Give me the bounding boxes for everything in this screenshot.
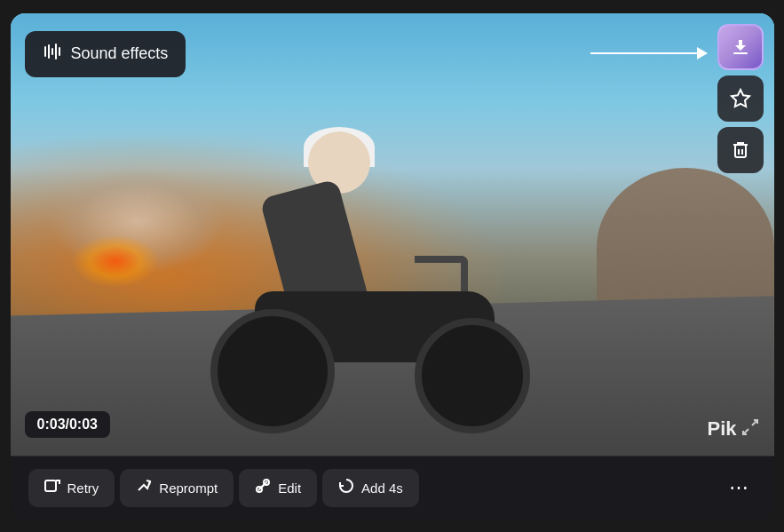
edit-icon xyxy=(255,478,271,498)
edit-button[interactable]: Edit xyxy=(239,469,317,507)
add4s-icon xyxy=(338,478,354,498)
motorcycle xyxy=(202,167,539,433)
sound-effects-icon xyxy=(43,42,62,67)
delete-button[interactable] xyxy=(717,127,764,173)
arrow-pointer xyxy=(590,47,708,60)
svg-rect-12 xyxy=(45,480,56,491)
timestamp: 0:03/0:03 xyxy=(25,411,111,438)
reprompt-icon xyxy=(136,478,152,498)
svg-line-15 xyxy=(262,485,264,487)
svg-marker-6 xyxy=(732,90,749,107)
sound-effects-label: Sound effects xyxy=(71,44,169,63)
fire-effect xyxy=(71,234,160,288)
wheel-front xyxy=(415,318,530,433)
rider xyxy=(273,131,415,309)
reprompt-button[interactable]: Reprompt xyxy=(120,469,234,507)
retry-icon xyxy=(44,478,60,498)
download-button[interactable] xyxy=(717,24,764,70)
wheel-rear xyxy=(210,309,335,433)
expand-icon xyxy=(740,417,760,441)
right-actions xyxy=(717,24,764,173)
pika-watermark: Pik xyxy=(707,417,759,441)
svg-rect-5 xyxy=(733,52,748,54)
add4s-button[interactable]: Add 4s xyxy=(322,469,419,507)
video-card: Sound effects xyxy=(11,13,774,520)
sound-effects-badge[interactable]: Sound effects xyxy=(25,31,186,77)
arrow-head xyxy=(697,47,708,60)
toolbar: Retry Reprompt Edit xyxy=(11,456,774,520)
handlebars xyxy=(415,256,468,291)
more-icon: ⋯ xyxy=(729,476,748,499)
svg-rect-7 xyxy=(735,145,746,157)
retry-button[interactable]: Retry xyxy=(28,469,115,507)
favorite-button[interactable] xyxy=(717,75,764,122)
arrow-line xyxy=(590,52,697,54)
motorcycle-scene xyxy=(148,96,592,433)
video-area: Sound effects xyxy=(11,13,774,456)
more-button[interactable]: ⋯ xyxy=(721,470,756,505)
